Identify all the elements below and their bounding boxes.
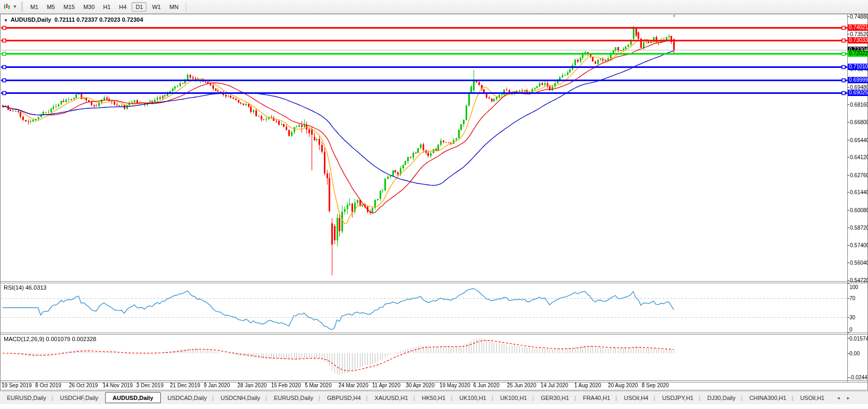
chevron-down-icon[interactable]: ▼ (13, 4, 17, 9)
price-chart-canvas[interactable] (0, 14, 868, 409)
chart-window (0, 14, 868, 390)
timeframe-button-d1[interactable]: D1 (132, 2, 147, 12)
tab-usdcad-daily[interactable]: USDCAD,Daily (161, 393, 214, 403)
chart-tab-bar: EURUSD,Daily USDCHF,Daily AUDUSD,Daily U… (0, 391, 868, 404)
tab-fra40-h1[interactable]: FRA40,H1 (576, 393, 617, 403)
tab-scroll-left-icon[interactable]: ◂ (836, 395, 841, 401)
tab-gbpusd-h4[interactable]: GBPUSD,H4 (320, 393, 368, 403)
timeframe-button-h1[interactable]: H1 (100, 3, 114, 11)
tab-uk100-h1-1[interactable]: UK100,H1 (452, 393, 493, 403)
tab-usoil-h1[interactable]: USOil,H1 (793, 393, 831, 403)
timeframe-button-mn[interactable]: MN (166, 3, 182, 11)
timeframe-button-m1[interactable]: M1 (27, 3, 41, 11)
tab-ger30-h1[interactable]: GER30,H1 (534, 393, 576, 403)
tab-eurusd-daily-2[interactable]: EURUSD,Daily (267, 393, 320, 403)
tab-usdjpy-h1[interactable]: USDJPY,H1 (655, 393, 700, 403)
tab-hk50-h1[interactable]: HK50,H1 (415, 393, 453, 403)
chart-tools-icon[interactable] (3, 2, 12, 11)
timeframe-button-m30[interactable]: M30 (80, 3, 98, 11)
toolbar-grip (21, 2, 23, 12)
tab-eurusd-daily-1[interactable]: EURUSD,Daily (0, 393, 53, 403)
tab-uk100-h1-2[interactable]: UK100,H1 (493, 393, 534, 403)
tab-china300-h1[interactable]: CHINA300,H1 (742, 393, 793, 403)
toolbar: ▼ M1 M5 M15 M30 H1 H4 D1 W1 MN (0, 0, 868, 14)
timeframe-button-m5[interactable]: M5 (44, 3, 58, 11)
timeframe-button-h4[interactable]: H4 (116, 3, 130, 11)
timeframe-button-w1[interactable]: W1 (149, 3, 164, 11)
tab-dj30-daily[interactable]: DJ30,Daily (700, 393, 742, 403)
tab-usdcnh-daily[interactable]: USDCNH,Daily (213, 393, 267, 403)
tab-scroll-right-icon[interactable]: ▸ (846, 395, 852, 401)
tab-usoil-h4[interactable]: USOil,H4 (617, 393, 655, 403)
tab-usdchf-daily[interactable]: USDCHF,Daily (53, 393, 105, 403)
mt4-window: ▼ M1 M5 M15 M30 H1 H4 D1 W1 MN ▼AUDUSD,D… (0, 0, 868, 409)
tab-audusd-daily[interactable]: AUDUSD,Daily (105, 392, 160, 403)
tab-xauusd-h1[interactable]: XAUUSD,H1 (368, 393, 415, 403)
timeframe-button-m15[interactable]: M15 (60, 3, 78, 11)
toolbar-separator (186, 2, 186, 12)
